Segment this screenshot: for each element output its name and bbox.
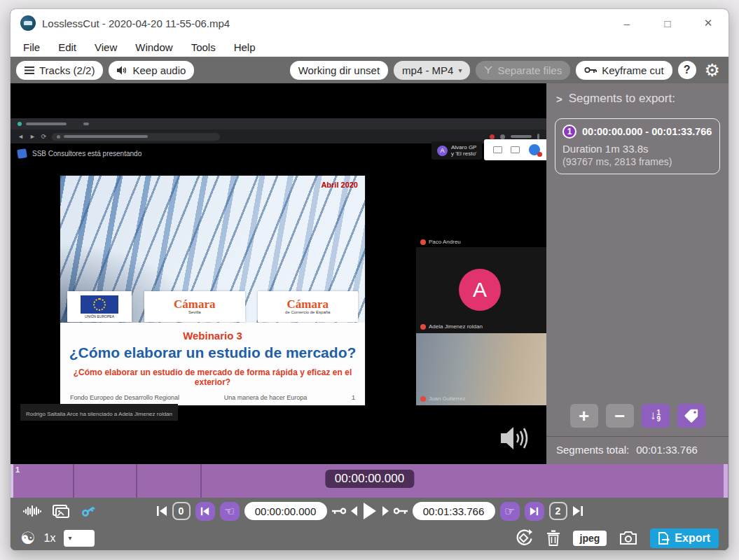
presenting-icon — [17, 148, 27, 159]
jump-cut-end-button[interactable] — [525, 502, 544, 521]
jump-to-end-button[interactable] — [572, 505, 583, 517]
slide-page-number: 1 — [352, 394, 355, 401]
presenter-avatar: A — [437, 146, 448, 156]
seek-next-keyframe-icon[interactable] — [394, 507, 408, 515]
separate-files-button[interactable]: Separate files — [476, 61, 570, 80]
slide-title: ¿Cómo elaborar un estudio de mercado? — [60, 344, 365, 361]
tracks-icon — [25, 66, 34, 74]
menu-tools[interactable]: Tools — [191, 41, 216, 53]
browser-extensions-popup — [484, 139, 546, 160]
playhead-cursor[interactable] — [11, 464, 13, 498]
presenting-text: SSB Consultores está presentando — [32, 150, 141, 158]
menu-view[interactable]: View — [95, 41, 117, 53]
app-window: LosslessCut - 2020-04-20 11-55-06.mp4 – … — [10, 8, 729, 551]
two-seek-button[interactable]: 2 — [549, 502, 567, 520]
step-forward-button[interactable] — [382, 506, 389, 516]
menu-window[interactable]: Window — [135, 41, 172, 53]
remove-segment-button[interactable]: − — [606, 404, 634, 428]
speaker-icon — [117, 66, 127, 75]
url-field — [52, 133, 220, 141]
video-player[interactable]: ◄ ► ⟳ SSB Consultores está presentando A — [11, 83, 546, 464]
presentation-slide: Abril 2020 UNIÓN EUROPEA Cámara Sevilla … — [60, 176, 365, 405]
keep-audio-button[interactable]: Keep audio — [109, 61, 194, 80]
output-format-select[interactable]: mp4 - MP4 ▾ — [394, 61, 470, 80]
waveform-toggle-button[interactable] — [23, 505, 41, 517]
step-back-button[interactable] — [351, 506, 358, 516]
close-button[interactable]: ✕ — [688, 9, 728, 37]
segment-card[interactable]: 1 00:00:00.000 - 00:01:33.766 Duration 1… — [555, 118, 720, 174]
app-icon — [20, 15, 36, 31]
timeline-division — [73, 464, 74, 498]
working-dir-label: Working dir unset — [298, 64, 380, 76]
participant-tile: A Adela Jimenez roldan — [416, 247, 546, 333]
keyframes-toggle-button[interactable] — [81, 503, 96, 519]
set-cut-end-button[interactable]: ☞ — [500, 502, 520, 521]
export-button[interactable]: Export — [650, 528, 719, 548]
chevron-down-icon: ▾ — [68, 534, 71, 542]
presenting-banner: SSB Consultores está presentando — [18, 149, 141, 158]
working-dir-button[interactable]: Working dir unset — [290, 61, 388, 80]
slide-footer-right: Una manera de hacer Europa — [224, 394, 308, 401]
minimize-button[interactable]: – — [607, 9, 647, 37]
hand-right-icon: ☞ — [504, 505, 515, 517]
zero-seek-button[interactable]: 0 — [172, 502, 191, 520]
slide-date: Abril 2020 — [321, 181, 358, 189]
meeting-caption: Rodrigo Saltalla Arce ha silenciado a Ad… — [20, 404, 178, 421]
rotate-button[interactable] — [514, 528, 534, 548]
presenter-name: Alvaro GP — [451, 144, 476, 150]
timeline-end-marker — [724, 464, 728, 498]
maximize-button[interactable]: □ — [647, 9, 688, 37]
account-badge — [529, 144, 540, 155]
set-cut-start-button[interactable]: ☜ — [220, 502, 240, 521]
help-button[interactable]: ? — [678, 61, 696, 79]
output-format-value: mp4 - MP4 — [402, 64, 453, 76]
current-time-display: 00:00:00.000 — [325, 470, 414, 488]
keyframe-cut-button[interactable]: Keyframe cut — [576, 61, 672, 80]
menu-help[interactable]: Help — [234, 41, 256, 53]
segment-details: (93767 ms, 2813 frames) — [562, 156, 712, 167]
segment-range: 00:00:00.000 - 00:01:33.766 — [582, 126, 712, 137]
sort-segments-button[interactable]: ↓ 19 — [642, 404, 670, 428]
tag-icon — [684, 408, 699, 424]
play-button[interactable] — [363, 503, 377, 519]
plus-icon: + — [579, 405, 589, 427]
key-icon — [584, 66, 597, 74]
separate-files-label: Separate files — [497, 64, 562, 76]
participant-label: Juan Gutierrez — [420, 396, 465, 402]
tracks-button[interactable]: Tracks (2/2) — [16, 61, 103, 80]
playback-rate-select[interactable]: ▾ — [64, 530, 95, 547]
menu-bar: File Edit View Window Tools Help — [11, 37, 728, 57]
timeline-segment-label: 1 — [15, 465, 20, 474]
delete-source-button[interactable] — [546, 530, 560, 546]
settings-gear-icon[interactable]: ⚙ — [705, 62, 720, 79]
menu-file[interactable]: File — [23, 41, 40, 53]
presenter-subtext: y 'El resto' — [451, 150, 476, 157]
chevron-right-icon: > — [556, 93, 562, 105]
tracks-label: Tracks (2/2) — [39, 64, 95, 76]
segments-header[interactable]: > Segments to export: — [546, 83, 728, 108]
yin-yang-icon[interactable]: ☯ — [20, 530, 36, 547]
bottom-bar: ☯ 1x ▾ jpeg Export — [11, 524, 728, 551]
back-icon: ◄ — [18, 133, 24, 140]
label-segment-button[interactable] — [677, 404, 705, 428]
capture-format-button[interactable]: jpeg — [573, 531, 607, 546]
eu-flag-logo: UNIÓN EUROPEA — [67, 291, 132, 322]
cut-start-time-input[interactable]: 00:00:00.000 — [244, 502, 327, 520]
add-segment-button[interactable]: + — [570, 404, 598, 428]
jump-cut-start-button[interactable] — [195, 502, 215, 521]
segments-sidebar: > Segments to export: 1 00:00:00.000 - 0… — [546, 83, 728, 464]
export-file-icon — [658, 532, 670, 545]
seek-prev-keyframe-icon[interactable] — [332, 507, 346, 515]
reload-icon: ⟳ — [41, 133, 47, 140]
timeline[interactable]: 1 00:00:00.000 — [11, 464, 728, 498]
thumbnails-toggle-button[interactable] — [53, 505, 69, 518]
timeline-division — [136, 464, 137, 498]
grid-icon — [511, 146, 520, 153]
menu-edit[interactable]: Edit — [58, 41, 76, 53]
screenshot-button[interactable] — [619, 531, 637, 545]
window-title: LosslessCut - 2020-04-20 11-55-06.mp4 — [42, 18, 230, 29]
cut-end-time-input[interactable]: 00:01:33.766 — [413, 502, 495, 520]
hand-left-icon: ☜ — [224, 505, 235, 517]
video-browser-tabbar — [11, 118, 546, 130]
jump-to-start-button[interactable] — [156, 505, 167, 517]
